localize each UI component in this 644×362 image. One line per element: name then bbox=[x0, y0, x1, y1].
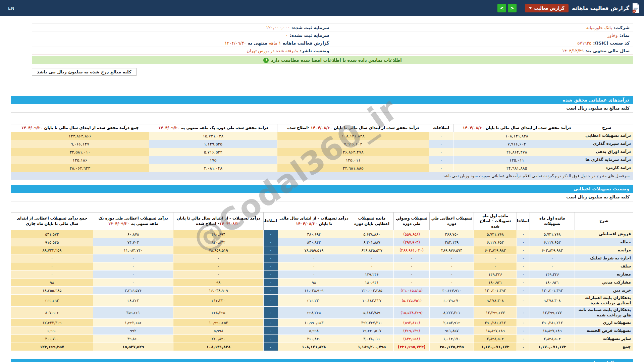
data-cell: ۱۸,۸۴۷,۶۸۹ bbox=[530, 327, 575, 335]
row-label: سایر تسهیلات bbox=[575, 335, 633, 343]
table-row: سایر تسهیلات۲,۸۴۸,۵۰۴۰۲,۸۴۸,۵۰۴۱,۰۱۴,۱۷۰… bbox=[11, 335, 633, 343]
column-header: درآمد محقق شده از ابتدای سال مالی تا پای… bbox=[277, 124, 429, 132]
data-cell: ۰ bbox=[264, 319, 278, 327]
signature-match-alert: اطلاعات نمایش داده شده با اطلاعات امضا ش… bbox=[32, 56, 633, 64]
row-label: مشارکت مدني bbox=[575, 279, 633, 287]
data-cell: ۱۸۰,۹۴۱ bbox=[530, 279, 575, 287]
deposits-section: سپرده گذاری ها bbox=[11, 359, 633, 362]
loans-status-section: وضعیت تسهیلات اعطایی کلیه مبالغ به میلیو… bbox=[11, 185, 633, 351]
data-cell: ۹۸ bbox=[173, 279, 264, 287]
data-cell: ۶,۰۷۹,۶۷۰ bbox=[430, 295, 474, 307]
company-info-cell: سال مالی منتهی به:۱۴۰۴/۱۲/۲۹ bbox=[333, 47, 633, 55]
data-cell: (۲۶۶,۹۶۱,۰۳۰) bbox=[393, 246, 430, 254]
table-row: مشارکت مدني۱۸۰,۹۴۱۰۱۸۰,۹۴۱۰۰۱۸۰,۹۴۱۹۸۰۹۸… bbox=[11, 279, 633, 287]
report-navigation: > < bbox=[497, 4, 517, 12]
currency-unit-box: کلیه مبالغ درج شده به میلیون ریال می باش… bbox=[32, 68, 137, 76]
data-cell: ۰ bbox=[93, 254, 173, 262]
data-cell: ۰ bbox=[517, 254, 530, 262]
data-cell: ۰ bbox=[517, 343, 530, 351]
data-cell: ۵,۶۳۸,۸۶۰ bbox=[350, 230, 394, 238]
table-row: مرابحه۶۰۳,۸۲۹,۹۸۳۰۶۰۳,۸۲۹,۹۸۳۲۸۹,۹۷۶,۵۷۴… bbox=[11, 246, 633, 254]
data-cell: ۱۴۹,۲۴۶ bbox=[530, 270, 575, 279]
column-header: شرح bbox=[575, 212, 633, 230]
data-cell: ۱۲۳,۸۶۲,۸۶۶ bbox=[11, 132, 149, 140]
data-cell: ۸۹,۷۴۳,۲۵۹ bbox=[11, 246, 93, 254]
section-header-loans-status: وضعیت تسهیلات اعطایی bbox=[11, 185, 633, 193]
data-cell: ۹۹۲ bbox=[93, 327, 173, 335]
info-label: نماد: bbox=[620, 33, 630, 38]
data-cell: ۴۶۶,۷۵۰ bbox=[430, 230, 474, 238]
data-cell: ۰ bbox=[264, 254, 278, 262]
unit-note-row: کلیه مبالغ به میلیون ریال است bbox=[11, 193, 633, 201]
column-header: شرح bbox=[580, 124, 633, 132]
data-cell: ۰ bbox=[264, 279, 278, 287]
data-cell: ۱,۱۴۹,۵۴۵ bbox=[149, 140, 277, 148]
info-value: ۵۷۱۹۲۵ bbox=[577, 41, 591, 46]
data-cell: ۲۸۹,۹۷۶,۵۷۴ bbox=[430, 246, 474, 254]
company-info-cell: کد صنعت (ISIC):۵۷۱۹۲۵ bbox=[333, 39, 633, 47]
info-icon: i bbox=[263, 58, 269, 63]
data-cell: ۲۶,۸۶۴,۴۷۸ bbox=[453, 148, 580, 156]
data-cell: ۰ bbox=[517, 230, 530, 238]
data-cell: ۱۹,۴۴۰,۵۰۷ bbox=[350, 327, 394, 335]
data-cell: ۰ bbox=[517, 262, 530, 270]
company-info-table: شرکت:بانک خاورمیانهسرمایه ثبت شده:۱۲۰,۰۰… bbox=[32, 23, 633, 55]
data-cell: ۰ bbox=[264, 327, 278, 335]
data-cell: ۱۷۵ bbox=[149, 156, 277, 164]
data-cell: ۹,۲۷۸,۳۰۸ bbox=[530, 295, 575, 307]
data-cell: ۱۵,۵۲۷,۵۲۹ bbox=[93, 343, 173, 351]
data-cell: ۵,۹۹۸ bbox=[173, 327, 264, 335]
data-cell: ۰ bbox=[278, 254, 350, 262]
table-row: مضاربه۱۴۹,۲۴۶۰۱۴۹,۲۴۶۰۰۱۴۹,۲۴۶۰۰۰۰۰ bbox=[11, 270, 633, 279]
data-cell: ۱۲,۴۳۳,۳۰۹ bbox=[11, 319, 93, 327]
row-label: درآمد تسهیلات اعطایی bbox=[580, 132, 633, 140]
data-cell: (۵۵۹,۶۵۸) bbox=[393, 230, 430, 238]
table-row: فروش اقساطي۵,۷۳۱,۷۶۸۰۵,۷۳۱,۷۶۸۴۶۶,۷۵۰(۵۵… bbox=[11, 230, 633, 238]
table-row: جمع۱,۱۷۰,۰۷۱,۱۷۳۰۱,۱۷۰,۰۷۱,۱۷۳۳۵۰,۶۲۵,۳۴… bbox=[11, 343, 633, 351]
data-cell: ۶,۱۱۷,۶۵۲ bbox=[474, 238, 517, 246]
info-label: سرمایه ثبت شده: bbox=[291, 25, 329, 30]
data-cell: ۰ bbox=[93, 279, 173, 287]
data-cell: ۳۹,۸۶۰ bbox=[93, 335, 173, 343]
data-cell: ۱۵,۷۲۱,۰۳۸ bbox=[149, 132, 277, 140]
loans-status-table-host: شرحمانده اول ماه تسهیلاتاصلاحاتمانده اول… bbox=[11, 212, 633, 351]
row-label: جمع bbox=[575, 343, 633, 351]
data-cell: ۱۲۳,۶۶۹,۳۵۷ bbox=[11, 343, 93, 351]
data-cell: ۱,۱۷۰,۰۷۱,۱۷۳ bbox=[530, 343, 575, 351]
data-cell: ۳,۰۲۸,۰۱۶ bbox=[350, 335, 394, 343]
data-cell: ۰ bbox=[393, 254, 430, 262]
data-cell: ۰ bbox=[173, 270, 264, 279]
data-cell: ۱۸,۸۴۷,۶۸۹ bbox=[474, 327, 517, 335]
data-cell: ۱,۱۷۰,۰۷۱,۱۷۳ bbox=[474, 343, 517, 351]
data-cell: ۰ bbox=[93, 262, 173, 270]
data-cell: ۰ bbox=[430, 270, 474, 279]
report-type-dropdown[interactable]: گزارش فعالیت bbox=[525, 4, 569, 12]
data-cell: (۳۹۷,۹۰۴) bbox=[393, 238, 430, 246]
data-cell: ۰ bbox=[429, 164, 453, 172]
info-label: منتهی به bbox=[248, 41, 267, 46]
data-cell: ۱۴۹,۲۴۶ bbox=[350, 270, 394, 279]
data-cell: ۰ bbox=[173, 262, 264, 270]
data-cell: ۱۲۵,۰۱۱ bbox=[277, 156, 429, 164]
info-value: ۱۴۰۴/۰۹/۳۰ bbox=[224, 41, 246, 46]
language-switch-en[interactable]: EN bbox=[8, 6, 14, 11]
data-cell: ۱۲۵,۰۱۱ bbox=[453, 156, 580, 164]
previous-report-button[interactable]: < bbox=[497, 4, 506, 12]
data-cell: ۵,۹۹۸ bbox=[278, 327, 350, 335]
section-title: وضعیت تسهیلات اعطایی bbox=[574, 186, 629, 191]
unit-note-row: کلیه مبالغ به میلیون ریال است bbox=[11, 104, 633, 113]
data-cell: ۰ bbox=[530, 262, 575, 270]
data-cell: ۰ bbox=[264, 246, 278, 254]
info-value: ۱ ماهه bbox=[269, 41, 281, 46]
data-cell: ۰ bbox=[517, 287, 530, 295]
table-row: درامد کارمزد۲۴,۹۸۱,۸۸۵۰۲۴,۹۸۱,۸۸۵۳,۰۸۱,۰… bbox=[11, 164, 633, 172]
data-cell: ۷,۹۱۶,۶۰۲ bbox=[277, 140, 429, 148]
info-label: سال مالی منتهی به: bbox=[585, 48, 630, 53]
data-cell: ۱۲,۳۹۹,۶۷۷ bbox=[530, 307, 575, 319]
row-label: خرید دین bbox=[575, 287, 633, 295]
data-cell: ۱۲,۳۹۹,۶۷۷ bbox=[474, 307, 517, 319]
next-report-button[interactable]: > bbox=[508, 4, 517, 12]
data-cell: ۰ bbox=[430, 262, 474, 270]
data-cell: ۰ bbox=[517, 307, 530, 319]
info-value: ۱۲۰,۰۰۰,۰۰۰ bbox=[266, 25, 290, 30]
